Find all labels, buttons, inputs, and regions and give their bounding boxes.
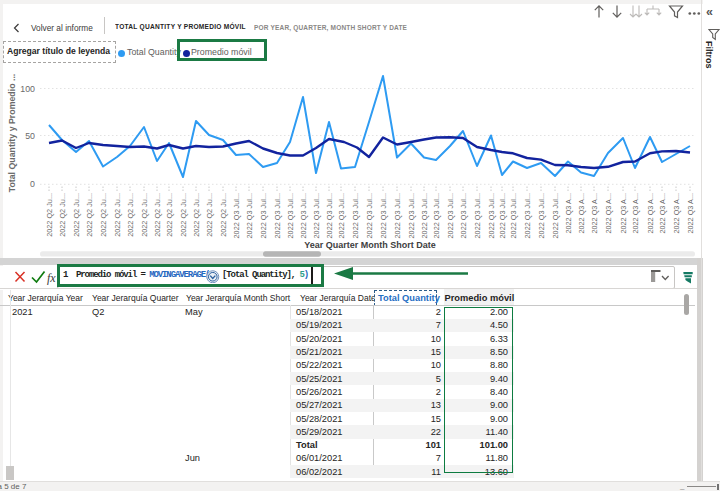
- svg-text:2022 Q3 A...: 2022 Q3 A...: [658, 193, 667, 234]
- svg-text:2022 Q3 A...: 2022 Q3 A...: [604, 193, 613, 234]
- svg-text:fx: fx: [47, 271, 56, 285]
- svg-text:2022 Q3 Jul...: 2022 Q3 Jul...: [286, 193, 295, 238]
- svg-text:Year Quarter Month Short Date: Year Quarter Month Short Date: [304, 240, 436, 250]
- svg-text:2022 Q3 A...: 2022 Q3 A...: [646, 193, 655, 234]
- svg-text:2022 Q3 Jul...: 2022 Q3 Jul...: [551, 193, 560, 238]
- svg-text:2022 Q2 Ju...: 2022 Q2 Ju...: [140, 193, 149, 237]
- svg-text:2022 Q3 A...: 2022 Q3 A...: [619, 193, 628, 234]
- svg-text:2022 Q3 Jul...: 2022 Q3 Jul...: [473, 193, 482, 238]
- svg-text:2022 Q3 Jul...: 2022 Q3 Jul...: [407, 193, 416, 238]
- svg-text:2022 Q3 Jul...: 2022 Q3 Jul...: [259, 193, 268, 238]
- svg-text:100: 100: [20, 84, 35, 94]
- svg-text:2022 Q3 Jul...: 2022 Q3 Jul...: [337, 193, 346, 238]
- svg-text:0: 0: [30, 179, 35, 189]
- svg-text:2022 Q3 Jul...: 2022 Q3 Jul...: [245, 193, 254, 238]
- svg-text:2022 Q2 Ju...: 2022 Q2 Ju...: [126, 193, 135, 237]
- svg-text:2022 Q3 A...: 2022 Q3 A...: [577, 193, 586, 234]
- svg-text:2022 Q3 Jul...: 2022 Q3 Jul...: [312, 193, 321, 238]
- svg-text:2022 Q3 A...: 2022 Q3 A...: [686, 193, 695, 234]
- svg-text:2022 Q3 Jul...: 2022 Q3 Jul...: [232, 193, 241, 238]
- svg-text:50: 50: [25, 131, 35, 141]
- svg-text:2022 Q2 Ju...: 2022 Q2 Ju...: [72, 193, 81, 237]
- svg-text:2022 Q3 Jul...: 2022 Q3 Jul...: [420, 193, 429, 238]
- svg-text:2022 Q3 Jul...: 2022 Q3 Jul...: [273, 193, 282, 238]
- svg-text:2022 Q3 Jul...: 2022 Q3 Jul...: [432, 193, 441, 238]
- svg-text:2022 Q2 Ju...: 2022 Q2 Ju...: [179, 193, 188, 237]
- svg-text:2022 Q3 Jul...: 2022 Q3 Jul...: [487, 193, 496, 238]
- svg-text:Total Quantity y Promedio ...: Total Quantity y Promedio ...: [7, 74, 17, 193]
- svg-text:2022 Q3 Jul...: 2022 Q3 Jul...: [509, 193, 518, 238]
- svg-text:2022 Q3 A...: 2022 Q3 A...: [631, 193, 640, 234]
- svg-text:2022 Q3 Jul...: 2022 Q3 Jul...: [498, 193, 507, 238]
- svg-text:2022 Q3 A...: 2022 Q3 A...: [590, 193, 599, 234]
- svg-text:2022 Q3 Jul...: 2022 Q3 Jul...: [299, 193, 308, 238]
- svg-text:2022 Q3 Jul...: 2022 Q3 Jul...: [365, 193, 374, 238]
- svg-text:2022 Q2 Ju...: 2022 Q2 Ju...: [99, 193, 108, 237]
- svg-text:2022 Q2 Ju...: 2022 Q2 Ju...: [58, 193, 67, 237]
- svg-text:2022 Q3 Jul...: 2022 Q3 Jul...: [446, 193, 455, 238]
- svg-text:2022 Q3 Jul...: 2022 Q3 Jul...: [523, 193, 532, 238]
- svg-text:2022 Q3 A...: 2022 Q3 A...: [564, 193, 573, 234]
- svg-text:2022 Q2 Ju...: 2022 Q2 Ju...: [153, 193, 162, 237]
- svg-text:2022 Q3 Jul...: 2022 Q3 Jul...: [379, 193, 388, 238]
- svg-text:2022 Q2 Ju...: 2022 Q2 Ju...: [45, 193, 54, 237]
- svg-text:2022 Q2 Ju...: 2022 Q2 Ju...: [113, 193, 122, 237]
- svg-text:2022 Q3 Jul...: 2022 Q3 Jul...: [351, 193, 360, 238]
- svg-text:2022 Q2 Ju...: 2022 Q2 Ju...: [165, 193, 174, 237]
- svg-text:2022 Q3 A...: 2022 Q3 A...: [672, 193, 681, 234]
- svg-text:2022 Q2 Ju...: 2022 Q2 Ju...: [205, 193, 214, 237]
- svg-text:2022 Q2 Ju...: 2022 Q2 Ju...: [219, 193, 228, 237]
- svg-text:2022 Q2 Ju...: 2022 Q2 Ju...: [192, 193, 201, 237]
- svg-text:2022 Q3 Jul...: 2022 Q3 Jul...: [393, 193, 402, 238]
- svg-text:2022 Q3 Jul...: 2022 Q3 Jul...: [537, 193, 546, 238]
- svg-text:2022 Q2 Ju...: 2022 Q2 Ju...: [85, 193, 94, 237]
- svg-text:2022 Q3 Jul...: 2022 Q3 Jul...: [459, 193, 468, 238]
- svg-text:2022 Q3 Jul...: 2022 Q3 Jul...: [325, 193, 334, 238]
